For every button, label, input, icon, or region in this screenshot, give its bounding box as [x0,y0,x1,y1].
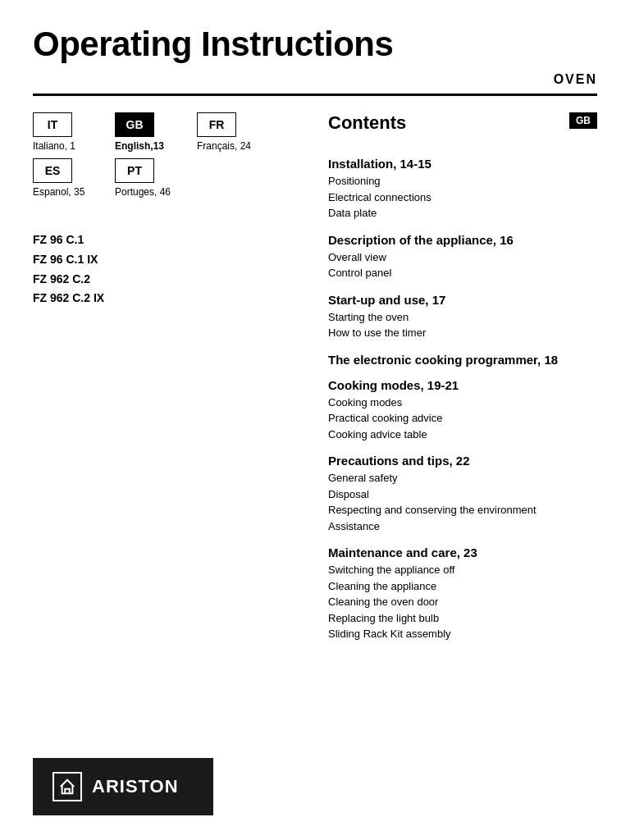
section-title-startup: Start-up and use, 17 [328,293,597,307]
section-item-environment: Respecting and conserving the environmen… [328,502,597,518]
divider [33,94,597,96]
model-item-3: FZ 962 C.2 [33,270,295,290]
section-item-switchoff: Switching the appliance off [328,562,597,578]
two-column-layout: IT Italiano, 1 GB English,13 FR Français… [33,112,597,642]
lang-label-es: Espanol, 35 [33,186,84,198]
lang-item-es: ES Espanol, 35 [33,158,107,198]
section-item-timer: How to use the timer [328,325,597,341]
model-item-1: FZ 96 C.1 [33,231,295,250]
ariston-logo: ARISTON [33,758,213,815]
ariston-icon [52,772,82,801]
gb-badge: GB [569,112,597,129]
section-title-programmer: The electronic cooking programmer, 18 [328,353,597,367]
section-item-assistance: Assistance [328,518,597,535]
lang-box-it[interactable]: IT [33,112,72,137]
model-list: FZ 96 C.1 FZ 96 C.1 IX FZ 962 C.2 FZ 962… [33,231,295,308]
section-item-generalsafety: General safety [328,470,597,486]
lang-label-it: Italiano, 1 [33,140,75,152]
left-column: IT Italiano, 1 GB English,13 FR Français… [33,112,312,642]
section-item-overview: Overall view [328,249,597,266]
lang-item-gb: GB English,13 [115,112,189,152]
lang-label-gb: English,13 [115,140,164,152]
section-item-slidingrack: Sliding Rack Kit assembly [328,626,597,642]
lang-item-it: IT Italiano, 1 [33,112,107,152]
lang-box-es[interactable]: ES [33,158,72,183]
page-title: Operating Instructions [33,25,597,64]
section-item-electrical: Electrical connections [328,189,597,206]
right-column: GB Contents Installation, 14-15 Position… [312,112,597,642]
section-item-cookingmodes: Cooking modes [328,395,597,411]
lang-box-pt[interactable]: PT [115,158,154,183]
section-item-controlpanel: Control panel [328,265,597,281]
section-item-startingoven: Starting the oven [328,309,597,326]
section-item-dataplate: Data plate [328,205,597,221]
oven-label: OVEN [33,72,597,87]
section-item-cleaningappliance: Cleaning the appliance [328,578,597,595]
lang-item-pt: PT Portuges, 46 [115,158,189,198]
lang-box-gb[interactable]: GB [115,112,154,137]
ariston-brand-name: ARISTON [92,776,179,797]
section-title-precautions: Precautions and tips, 22 [328,454,597,468]
lang-label-fr: Français, 24 [197,140,251,152]
model-item-4: FZ 962 C.2 IX [33,289,295,308]
language-grid: IT Italiano, 1 GB English,13 FR Français… [33,112,295,198]
section-title-maintenance: Maintenance and care, 23 [328,546,597,559]
section-item-lightbulb: Replacing the light bulb [328,610,597,627]
contents-title: Contents [328,112,597,134]
lang-item-fr: FR Français, 24 [197,112,271,152]
section-title-installation: Installation, 14-15 [328,157,597,171]
section-item-positioning: Positioning [328,173,597,189]
section-title-description: Description of the appliance, 16 [328,233,597,247]
section-item-practicaladvice: Practical cooking advice [328,410,597,427]
page-container: Operating Instructions OVEN IT Italiano,… [0,0,630,840]
lang-box-fr[interactable]: FR [197,112,236,137]
section-item-cookingtable: Cooking advice table [328,427,597,443]
model-item-2: FZ 96 C.1 IX [33,250,295,270]
house-icon [58,778,76,796]
section-title-cooking: Cooking modes, 19-21 [328,378,597,392]
section-item-cleaningdoor: Cleaning the oven door [328,594,597,610]
section-item-disposal: Disposal [328,486,597,503]
lang-label-pt: Portuges, 46 [115,186,171,198]
